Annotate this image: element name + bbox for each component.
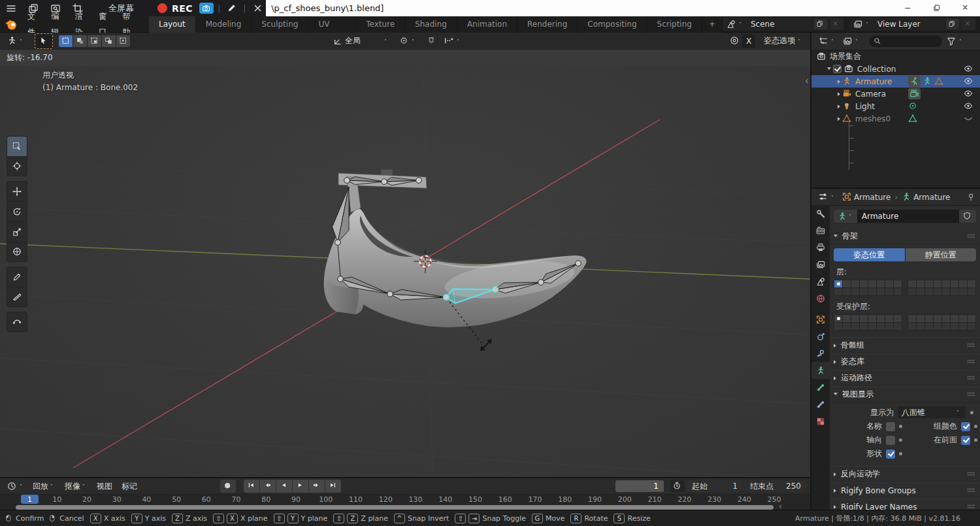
layer-cell[interactable]: [968, 323, 975, 330]
maximize-button[interactable]: [923, 0, 951, 16]
panel-grip-icon[interactable]: [967, 502, 976, 510]
auto-keyframe-toggle[interactable]: [220, 480, 236, 493]
layer-cell[interactable]: [894, 315, 902, 322]
animate-dot[interactable]: [970, 411, 973, 414]
select-box-tool-button[interactable]: [7, 136, 27, 156]
outliner-row-meshes0[interactable]: meshes0: [811, 112, 980, 125]
record-button[interactable]: REC: [157, 3, 193, 14]
physics-properties-tab[interactable]: [811, 328, 830, 345]
layer-cell[interactable]: [951, 323, 958, 330]
panel-header-collapsed[interactable]: Rigify Layer Names: [830, 499, 980, 510]
constraints-properties-tab[interactable]: [811, 345, 830, 362]
layer-cell[interactable]: [860, 315, 868, 322]
tool-properties-tab[interactable]: [811, 205, 830, 222]
hide-in-viewport-toggle[interactable]: [964, 76, 973, 86]
outliner-row-场景集合[interactable]: 场景集合: [811, 50, 980, 63]
layer-cell[interactable]: [968, 315, 975, 322]
annotate-tool-button[interactable]: [7, 267, 27, 287]
layer-cell[interactable]: [959, 315, 967, 322]
disclosure-closed-icon[interactable]: [838, 92, 840, 96]
hidden-in-viewport-toggle[interactable]: [964, 114, 973, 123]
animate-dot[interactable]: [974, 425, 977, 428]
checkbox-在前面[interactable]: [961, 436, 970, 445]
layer-cell[interactable]: [908, 315, 916, 322]
armature-id-dropdown[interactable]: [834, 210, 857, 223]
jump-end-button[interactable]: [325, 480, 341, 493]
layer-cell[interactable]: [877, 323, 885, 330]
layer-cell[interactable]: [894, 280, 902, 288]
layer-cell[interactable]: [959, 288, 967, 295]
disclosure-closed-icon[interactable]: [838, 80, 840, 84]
view-layer-properties-tab[interactable]: [811, 256, 830, 273]
layer-cell[interactable]: [860, 280, 868, 288]
proportional-edit-icon[interactable]: [730, 36, 740, 46]
region-collapse-icon[interactable]: ‹: [805, 75, 809, 87]
select-invert-button[interactable]: [102, 35, 116, 47]
layer-cell[interactable]: [942, 323, 950, 330]
snap-target-dropdown[interactable]: [440, 35, 465, 48]
use-preview-range-toggle[interactable]: [670, 480, 685, 492]
playback-menu[interactable]: 回放: [28, 481, 60, 492]
select-set-button[interactable]: [59, 35, 73, 47]
panel-grip-icon[interactable]: [967, 390, 976, 399]
layer-cell[interactable]: [917, 280, 924, 288]
scale-tool-button[interactable]: [7, 222, 27, 242]
play-reverse-button[interactable]: [276, 480, 292, 493]
animate-dot[interactable]: [899, 438, 902, 442]
frame-end-field[interactable]: 结束点 250: [745, 480, 806, 492]
delete-scene-button[interactable]: [830, 19, 843, 29]
snap-toggle-button[interactable]: [424, 35, 440, 48]
bone-constraint-properties-tab[interactable]: [811, 396, 830, 413]
layer-cell[interactable]: [959, 323, 967, 330]
layer-cell[interactable]: [868, 288, 876, 295]
armature-data-properties-tab[interactable]: [811, 362, 830, 379]
select-intersect-button[interactable]: [116, 35, 130, 47]
outliner-row-Camera[interactable]: Camera: [811, 88, 980, 100]
layer-cell[interactable]: [885, 315, 893, 322]
layer-cell[interactable]: [851, 315, 859, 322]
prev-keyframe-button[interactable]: [260, 480, 276, 493]
add-workspace-button[interactable]: +: [702, 16, 723, 33]
layer-cell[interactable]: [951, 280, 958, 288]
pose-position-button[interactable]: 姿态位置: [834, 248, 905, 261]
layer-cell[interactable]: [908, 323, 916, 330]
layer-cell[interactable]: [885, 288, 893, 295]
layer-cell[interactable]: [834, 315, 842, 322]
timeline-ruler[interactable]: 1 10203040506070809010011012013014015016…: [0, 494, 810, 504]
rest-position-button[interactable]: 静置位置: [906, 248, 977, 261]
rotate-tool-button[interactable]: [7, 201, 27, 222]
outliner-search-input[interactable]: [869, 35, 942, 47]
layer-cell[interactable]: [942, 315, 950, 322]
breakdowner-tool-button[interactable]: [7, 312, 27, 332]
panel-grip-icon[interactable]: [967, 357, 976, 367]
layer-cell[interactable]: [843, 323, 851, 330]
workspace-tab-scripting[interactable]: Scripting: [647, 16, 702, 33]
animate-dot[interactable]: [899, 425, 902, 428]
layer-cell[interactable]: [851, 288, 859, 295]
workspace-tab-shading[interactable]: Shading: [405, 16, 457, 33]
layer-cell[interactable]: [908, 280, 916, 288]
layer-cell[interactable]: [934, 323, 941, 330]
hide-in-viewport-toggle[interactable]: [964, 89, 973, 99]
viewport-canvas[interactable]: 用户透视 (1) Armature : Bone.002 ‹: [0, 66, 810, 477]
measure-tool-button[interactable]: [7, 287, 27, 307]
screenshot-button[interactable]: [199, 3, 214, 14]
layer-cell[interactable]: [934, 280, 941, 288]
scene-properties-tab[interactable]: [811, 273, 830, 290]
outliner-row-Light[interactable]: Light: [811, 100, 980, 112]
outliner-filter-dropdown[interactable]: [943, 35, 968, 48]
blender-logo-icon[interactable]: [5, 18, 17, 30]
pose-badge-badge[interactable]: [908, 76, 921, 87]
panel-header-collapsed[interactable]: 反向运动学: [830, 466, 980, 482]
hamburger-menu-icon[interactable]: [6, 3, 16, 14]
panel-header-collapsed[interactable]: 骨骼组: [830, 337, 980, 353]
layer-cell[interactable]: [917, 288, 924, 295]
pin-icon[interactable]: [967, 193, 976, 202]
checkbox-轴向[interactable]: [886, 436, 895, 445]
layer-cell[interactable]: [925, 323, 933, 330]
pivot-point-dropdown[interactable]: [397, 35, 420, 48]
properties-editor-selector[interactable]: [815, 191, 840, 204]
select-extend-button[interactable]: [73, 35, 87, 47]
animate-dot[interactable]: [974, 438, 977, 442]
workspace-tab-texture-paint[interactable]: Texture Paint: [356, 16, 405, 33]
